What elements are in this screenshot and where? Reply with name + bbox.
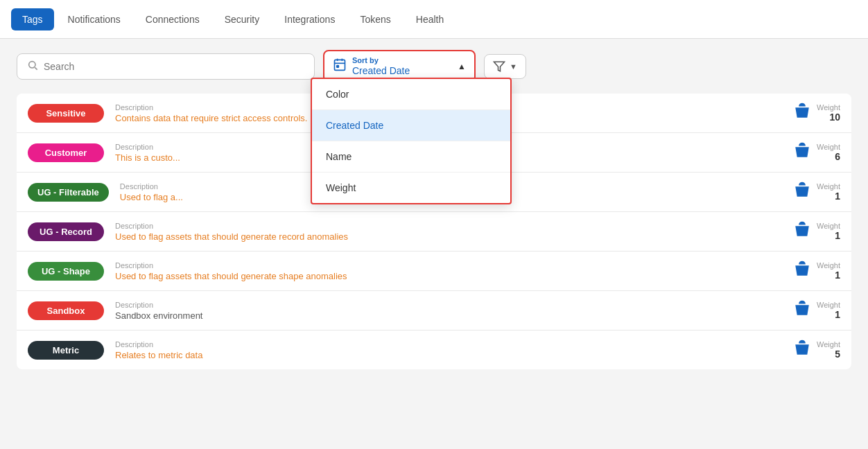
weight-icon — [793, 102, 811, 124]
weight-info: Weight5 — [817, 340, 840, 360]
tag-desc-label: Description — [115, 261, 782, 270]
tag-desc-label: Description — [115, 340, 782, 349]
tag-badge-sensitive[interactable]: Sensitive — [28, 104, 104, 123]
tag-info: DescriptionUsed to flag assets that shou… — [115, 261, 782, 281]
search-icon — [27, 60, 38, 73]
weight-icon — [793, 181, 811, 203]
tag-row: UG - ShapeDescriptionUsed to flag assets… — [17, 252, 851, 291]
tag-badge-ug-filterable[interactable]: UG - Filterable — [28, 183, 109, 202]
weight-info: Weight6 — [817, 143, 840, 162]
tag-weight-block: Weight5 — [793, 339, 840, 361]
tag-row: UG - RecordDescriptionUsed to flag asset… — [17, 212, 851, 252]
tag-badge-ug-record[interactable]: UG - Record — [28, 222, 104, 241]
sort-option-created-date[interactable]: Created Date — [312, 110, 510, 141]
chevron-up-icon: ▲ — [458, 62, 466, 71]
tag-badge-ug-shape[interactable]: UG - Shape — [28, 262, 104, 281]
sort-by-label: Sort by — [352, 56, 452, 65]
weight-label: Weight — [817, 182, 840, 191]
sort-text-block: Sort by Created Date — [352, 56, 452, 76]
filter-icon — [493, 60, 505, 73]
tag-weight-block: Weight6 — [793, 141, 840, 164]
weight-value: 1 — [817, 230, 840, 241]
svg-rect-2 — [335, 60, 345, 70]
search-input[interactable] — [44, 61, 304, 72]
nav-item-tags[interactable]: Tags — [11, 8, 54, 30]
weight-value: 6 — [817, 151, 840, 162]
nav-item-notifications[interactable]: Notifications — [57, 8, 132, 30]
weight-label: Weight — [817, 340, 840, 349]
svg-rect-6 — [337, 66, 339, 68]
weight-info: Weight10 — [817, 103, 840, 123]
weight-icon — [793, 141, 811, 164]
tag-weight-block: Weight1 — [793, 299, 840, 322]
tag-desc-text: Used to flag assets that should generate… — [115, 271, 782, 281]
tag-desc-text: Relates to metric data — [115, 350, 782, 360]
sort-dropdown-menu: ColorCreated DateNameWeight — [311, 78, 512, 204]
calendar-icon — [333, 58, 347, 75]
sort-selected-value: Created Date — [352, 65, 452, 76]
weight-value: 5 — [817, 349, 840, 360]
tag-weight-block: Weight10 — [793, 102, 840, 124]
tag-badge-sandbox[interactable]: Sandbox — [28, 301, 104, 320]
weight-info: Weight1 — [817, 182, 840, 202]
tag-desc-text: Used to flag assets that should generate… — [115, 231, 782, 242]
nav-item-security[interactable]: Security — [214, 8, 271, 30]
sort-option-color[interactable]: Color — [312, 79, 510, 110]
weight-label: Weight — [817, 143, 840, 151]
nav-item-connections[interactable]: Connections — [134, 8, 211, 30]
tag-info: DescriptionRelates to metric data — [115, 340, 782, 360]
tag-info: DescriptionUsed to flag assets that shou… — [115, 222, 782, 242]
tag-weight-block: Weight1 — [793, 181, 840, 203]
filter-chevron-icon: ▼ — [510, 62, 517, 71]
tag-weight-block: Weight1 — [793, 260, 840, 282]
svg-point-0 — [29, 61, 35, 67]
tag-info: DescriptionSandbox environment — [115, 301, 782, 321]
sort-option-weight[interactable]: Weight — [312, 173, 510, 203]
weight-value: 1 — [817, 191, 840, 202]
weight-icon — [793, 260, 811, 282]
weight-icon — [793, 299, 811, 322]
tag-desc-label: Description — [115, 222, 782, 230]
tag-row: SandboxDescriptionSandbox environmentWei… — [17, 291, 851, 331]
tag-badge-customer[interactable]: Customer — [28, 143, 104, 162]
weight-label: Weight — [817, 261, 840, 270]
weight-info: Weight1 — [817, 301, 840, 320]
main-content: Sort by Created Date ▲ ▼ ColorCreated Da… — [0, 39, 868, 449]
tag-row: MetricDescriptionRelates to metric dataW… — [17, 331, 851, 369]
weight-label: Weight — [817, 301, 840, 309]
weight-value: 1 — [817, 270, 840, 281]
weight-icon — [793, 220, 811, 243]
nav-item-integrations[interactable]: Integrations — [273, 8, 346, 30]
nav-item-health[interactable]: Health — [405, 8, 455, 30]
top-navigation: TagsNotificationsConnectionsSecurityInte… — [0, 0, 868, 39]
tag-desc-label: Description — [115, 301, 782, 309]
weight-icon — [793, 339, 811, 361]
weight-label: Weight — [817, 222, 840, 230]
weight-info: Weight1 — [817, 222, 840, 241]
tag-desc-text: Sandbox environment — [115, 310, 782, 321]
sort-option-name[interactable]: Name — [312, 141, 510, 173]
weight-info: Weight1 — [817, 261, 840, 281]
nav-item-tokens[interactable]: Tokens — [349, 8, 401, 30]
tag-badge-metric[interactable]: Metric — [28, 341, 104, 360]
weight-value: 10 — [817, 112, 840, 123]
search-box — [17, 53, 315, 80]
weight-value: 1 — [817, 309, 840, 320]
filter-button[interactable]: ▼ — [484, 54, 526, 79]
svg-line-1 — [35, 67, 37, 69]
tag-weight-block: Weight1 — [793, 220, 840, 243]
weight-label: Weight — [817, 103, 840, 112]
svg-marker-7 — [494, 62, 505, 71]
